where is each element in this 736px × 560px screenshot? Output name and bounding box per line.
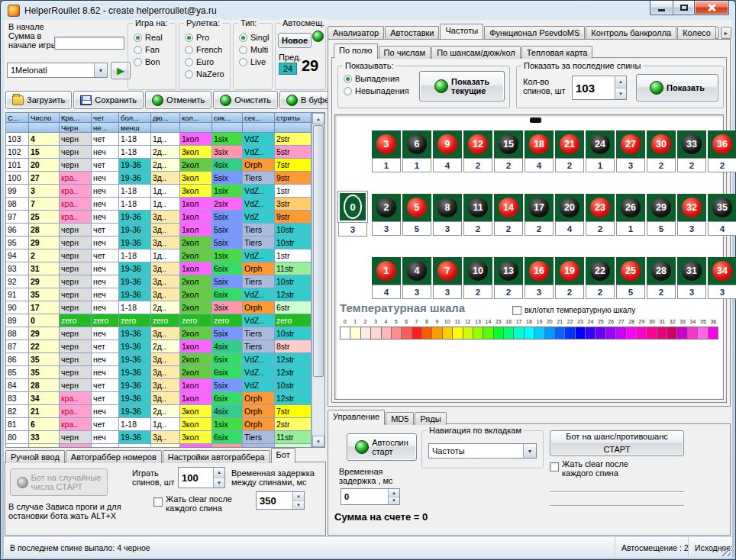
scroll-down-icon[interactable]: ▼ xyxy=(312,436,324,447)
spinner-arrows[interactable]: ▲ ▼ xyxy=(213,468,224,488)
column-header[interactable] xyxy=(6,123,29,133)
table-row[interactable]: 9331черннеч19-363д..1кол6sixOrph11str xyxy=(6,262,312,275)
combo-dropdown-icon[interactable]: ▼ xyxy=(94,63,107,77)
maximize-button[interactable] xyxy=(673,1,694,15)
tab-Ручной ввод[interactable]: Ручной ввод xyxy=(5,450,65,463)
table-row[interactable]: 9017черннеч1-182д..2кол3sixOrph6str xyxy=(6,301,312,314)
table-row[interactable]: 10120чернчет19-362д..2кол4sixOrph7str xyxy=(6,159,312,172)
clear-after-spin-checkbox[interactable] xyxy=(153,497,163,507)
new-autoshift-button[interactable]: Новое xyxy=(278,33,312,48)
table-row[interactable]: 8033черннеч19-363д..3кол6sixTiers11str xyxy=(6,431,312,444)
board-number-0[interactable]: 0 xyxy=(338,191,367,222)
table-row[interactable]: 8221кра..неч19-362д..3кол4sixOrph7str xyxy=(6,405,312,418)
board-number-4[interactable]: 4 xyxy=(402,257,431,285)
radio-NaZero[interactable]: NaZero xyxy=(179,68,230,80)
board-number-8[interactable]: 8 xyxy=(433,194,462,221)
table-row[interactable]: 7916кра..чет1-182д..1кол3sixTiers6str xyxy=(6,444,312,447)
board-number-21[interactable]: 21 xyxy=(555,130,584,158)
column-header[interactable]: сек... xyxy=(243,113,275,123)
column-header[interactable]: не... xyxy=(92,123,119,133)
column-header[interactable]: менш xyxy=(119,123,151,133)
tab-Настройки автограббера[interactable]: Настройки автограббера xyxy=(163,450,270,463)
tab-Функционал PsevdoMS[interactable]: Функционал PsevdoMS xyxy=(484,26,585,39)
random-bot-button[interactable]: Бот на случайные числа СТАРТ xyxy=(10,468,108,496)
scrollbar-thumb[interactable] xyxy=(313,125,324,377)
board-number-19[interactable]: 19 xyxy=(555,257,584,285)
table-row[interactable]: 9628чернчет19-363д..1кол5sixTiers10str xyxy=(6,224,312,237)
radio-Multi[interactable]: Multi xyxy=(234,43,272,56)
tab-Анализатор[interactable]: Анализатор xyxy=(328,26,384,39)
tab-Колесо[interactable]: Колесо xyxy=(677,26,716,39)
table-row[interactable]: 8635черннеч19-363д..2кол6sixVdZ..12str xyxy=(6,353,312,366)
table-row[interactable]: 942чернчет1-181д..2кол1sixVdZ..1str xyxy=(6,249,312,262)
column-header[interactable] xyxy=(29,123,60,133)
tab-Автограббер номеров[interactable]: Автограббер номеров xyxy=(66,450,162,463)
history-table-body[interactable]: 1034чернчет1-181д..1кол1sixVdZ2str10215ч… xyxy=(6,133,312,447)
board-number-16[interactable]: 16 xyxy=(525,257,554,285)
table-row[interactable]: 9135черннеч19-363д..2кол6sixVdZ..12str xyxy=(6,288,312,301)
tab-Управление[interactable]: Управление xyxy=(328,410,385,425)
radio-French[interactable]: French xyxy=(179,43,230,56)
spinner-down-icon[interactable]: ▼ xyxy=(293,501,304,510)
rp-delay-spinner[interactable]: 0 ▲ ▼ xyxy=(341,488,400,505)
board-number-33[interactable]: 33 xyxy=(677,130,706,158)
column-header[interactable] xyxy=(275,123,312,133)
table-row[interactable]: 9725кра..неч19-363д..1кол5sixVdZ9str xyxy=(6,211,312,224)
board-number-14[interactable]: 14 xyxy=(494,194,523,221)
table-row[interactable]: 993кра..неч1-181д..3кол1sixVdZ..1str xyxy=(6,185,312,198)
spins-count-spinner[interactable]: 100 ▲ ▼ xyxy=(178,467,225,488)
column-header[interactable]: Черн xyxy=(60,123,92,133)
start-sum-input[interactable] xyxy=(54,37,124,50)
table-row[interactable]: 1034чернчет1-181д..1кол1sixVdZ2str xyxy=(6,133,312,146)
table-row[interactable]: 8334кра..чет19-363д..1кол6sixOrph12str xyxy=(6,392,312,405)
column-header[interactable]: чет xyxy=(92,113,119,123)
board-number-30[interactable]: 30 xyxy=(647,130,676,158)
chance-bot-button[interactable]: Бот на шанс/противошанс СТАРТ xyxy=(550,430,684,456)
column-header[interactable] xyxy=(180,123,212,133)
tabs-scroll-right-icon[interactable]: ► xyxy=(721,27,731,39)
spinner-up-icon[interactable]: ▲ xyxy=(615,76,626,89)
radio-Real[interactable]: Real xyxy=(128,31,176,43)
toolbar-button-Загрузить[interactable]: Загрузить xyxy=(5,91,72,109)
spinner-arrows[interactable]: ▲ ▼ xyxy=(615,76,626,99)
table-row[interactable]: 816кра..чет1-181д..3кол1sixOrph2str xyxy=(6,418,312,431)
board-number-15[interactable]: 15 xyxy=(494,130,523,158)
autospin-start-button[interactable]: Автоспин старт xyxy=(347,433,417,461)
tab-MD5[interactable]: MD5 xyxy=(386,412,414,425)
show-current-button[interactable]: Показать текущие xyxy=(419,71,505,101)
spinner-down-icon[interactable]: ▼ xyxy=(615,89,626,100)
column-header[interactable] xyxy=(151,123,180,133)
titlebar[interactable]: HelperRoullet 8.62 - create helperroulle… xyxy=(1,1,735,20)
tab-По шансам/дюж/кол[interactable]: По шансам/дюж/кол xyxy=(431,46,521,59)
rp-delay-value[interactable]: 0 xyxy=(341,489,388,504)
table-row[interactable]: 9529черннеч19-363д..2кол5sixTiers10str xyxy=(6,237,312,249)
table-row[interactable]: 8535черннеч19-363д..2кол6sixVdZ..12str xyxy=(6,366,312,379)
spin-delay-value[interactable]: 350 xyxy=(257,492,292,509)
column-header[interactable]: сик... xyxy=(212,113,243,123)
spinner-up-icon[interactable]: ▲ xyxy=(293,492,304,501)
board-number-18[interactable]: 18 xyxy=(525,130,554,158)
show-button[interactable]: Показать xyxy=(636,74,718,101)
table-row[interactable]: 8428чернчет19-363д..1кол5sixVdZ10str xyxy=(6,379,312,392)
radio-Pro[interactable]: Pro xyxy=(179,31,230,43)
spinner-up-icon[interactable]: ▲ xyxy=(389,489,399,497)
tab-Ряды[interactable]: Ряды xyxy=(415,412,446,425)
tab-Автоставки[interactable]: Автоставки xyxy=(385,26,439,39)
combo-dropdown-icon[interactable]: ▼ xyxy=(523,444,536,458)
board-number-12[interactable]: 12 xyxy=(463,130,492,158)
column-header[interactable]: бол... xyxy=(119,113,151,123)
spins-window-spinner[interactable]: 103 ▲ ▼ xyxy=(572,76,627,100)
tab-Бот[interactable]: Бот xyxy=(271,448,295,463)
spinner-up-icon[interactable]: ▲ xyxy=(214,468,224,478)
board-number-9[interactable]: 9 xyxy=(433,130,462,158)
scroll-up-icon[interactable]: ▲ xyxy=(312,113,324,124)
column-header[interactable]: стриты xyxy=(275,113,312,123)
tab-Частоты[interactable]: Частоты xyxy=(440,24,483,39)
tab-Тепловая карта[interactable]: Тепловая карта xyxy=(521,46,593,59)
column-header[interactable]: Число xyxy=(29,113,60,123)
board-number-5[interactable]: 5 xyxy=(402,194,431,221)
nav-tab-combo[interactable]: Частоты ▼ xyxy=(428,443,537,459)
table-row[interactable]: 9229черннеч19-363д..2кол5sixTiers10str xyxy=(6,275,312,288)
table-row[interactable]: 8722чернчет19-362д..1кол4sixTiers8str xyxy=(6,340,312,353)
board-number-29[interactable]: 29 xyxy=(647,194,676,221)
